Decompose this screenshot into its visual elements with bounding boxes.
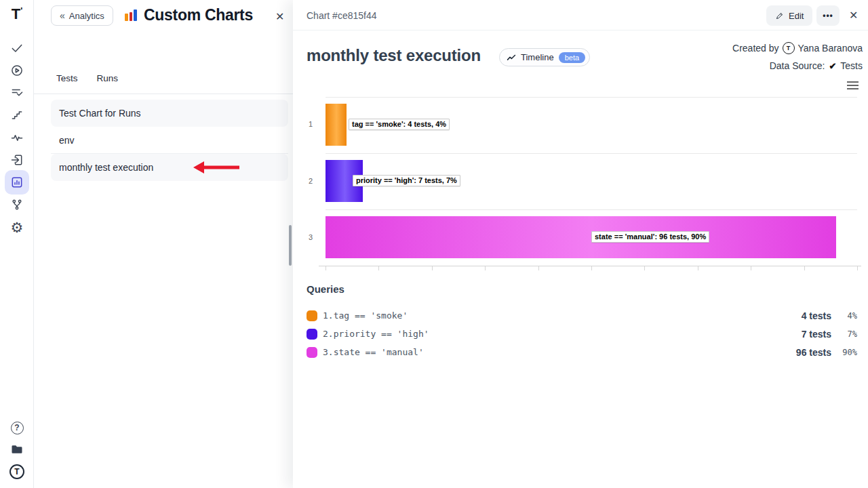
query-row: 2.priority == 'high' 7 tests 7% bbox=[307, 325, 857, 343]
tab-tests[interactable]: Tests bbox=[56, 73, 78, 83]
chart-list: Test Chart for Runs env monthly test exe… bbox=[51, 100, 288, 181]
bar-chart-colored-icon bbox=[123, 8, 138, 23]
bar-label-2: priority == 'high': 7 tests, 7% bbox=[353, 175, 460, 186]
question-circle-icon: ? bbox=[11, 422, 24, 434]
created-by-line: Created by T Yana Baranova bbox=[732, 42, 863, 54]
custom-charts-panel: « Analytics Custom Charts ✕ Tests Runs T… bbox=[34, 0, 293, 488]
query-percent: 4% bbox=[831, 311, 857, 321]
settings-icon[interactable]: ⚙ bbox=[5, 215, 29, 239]
timeline-toggle[interactable]: Timeline beta bbox=[499, 48, 590, 66]
activity-icon bbox=[10, 131, 24, 144]
chart-context-menu-icon[interactable] bbox=[847, 79, 859, 92]
edit-button[interactable]: Edit bbox=[766, 5, 812, 26]
chart-type-tabs: Tests Runs bbox=[56, 73, 118, 83]
stairs-icon bbox=[10, 108, 24, 122]
bar-label-1: tag == 'smoke': 4 tests, 4% bbox=[349, 119, 450, 130]
query-row: 3.state == 'manual' 96 tests 90% bbox=[307, 343, 857, 361]
page-title: Custom Charts bbox=[144, 6, 253, 24]
list-check-icon bbox=[10, 86, 24, 100]
red-arrow-annotation bbox=[192, 160, 241, 175]
left-icon-sidebar: T' ⚙ ? bbox=[0, 0, 34, 488]
list-item-env[interactable]: env bbox=[51, 127, 288, 154]
bar-label-3: state == 'manual': 96 tests, 90% bbox=[591, 231, 709, 243]
double-chevron-left-icon: « bbox=[60, 10, 65, 21]
data-source-line: Data Source: ✔ Tests bbox=[770, 60, 863, 71]
back-button-label: Analytics bbox=[69, 11, 104, 21]
category-label-3: 3 bbox=[303, 233, 313, 241]
query-color-swatch bbox=[307, 310, 317, 321]
list-item-test-chart-for-runs[interactable]: Test Chart for Runs bbox=[51, 100, 288, 127]
chart-id-title: Chart #ce815f44 bbox=[307, 10, 377, 21]
tab-runs[interactable]: Runs bbox=[97, 73, 119, 83]
category-label-1: 1 bbox=[303, 120, 313, 128]
queries-section-title: Queries bbox=[307, 283, 344, 295]
query-color-swatch bbox=[307, 347, 317, 358]
close-icon[interactable]: ✕ bbox=[849, 9, 858, 22]
app-logo[interactable]: T' bbox=[0, 5, 34, 23]
query-tests-count: 96 tests bbox=[784, 347, 831, 358]
pulse-icon[interactable] bbox=[5, 125, 29, 150]
gridline bbox=[326, 153, 857, 154]
bar-chart-icon bbox=[10, 176, 24, 189]
help-icon[interactable]: ? bbox=[5, 415, 29, 440]
check-icon: ✔ bbox=[829, 61, 836, 71]
beta-badge: beta bbox=[559, 52, 585, 63]
timeline-label: Timeline bbox=[521, 52, 554, 62]
test-plans-icon[interactable] bbox=[5, 81, 29, 105]
analytics-icon-active[interactable] bbox=[5, 170, 29, 195]
play-circle-icon bbox=[10, 64, 24, 77]
trend-line-icon bbox=[507, 54, 516, 62]
tests-icon[interactable] bbox=[5, 36, 29, 60]
pencil-icon bbox=[775, 12, 784, 20]
box-arrow-in-icon bbox=[10, 153, 24, 167]
bar-tag-smoke[interactable] bbox=[326, 104, 347, 146]
more-options-button[interactable]: ••• bbox=[816, 5, 840, 26]
category-label-2: 2 bbox=[303, 177, 313, 185]
chart-detail-panel: Chart #ce815f44 Edit ••• ✕ monthly test … bbox=[293, 0, 868, 488]
x-axis-ticks bbox=[326, 266, 857, 271]
panel-close-icon[interactable]: ✕ bbox=[271, 9, 288, 24]
gridline bbox=[326, 209, 857, 210]
git-merge-icon bbox=[10, 198, 24, 211]
query-color-swatch bbox=[307, 329, 317, 340]
query-percent: 90% bbox=[831, 348, 857, 357]
t-logo-badge-icon: T bbox=[9, 464, 24, 479]
branches-icon[interactable] bbox=[5, 192, 29, 217]
app-window: T' ⚙ ? bbox=[0, 0, 868, 488]
folder-icon bbox=[10, 443, 24, 456]
gear-icon: ⚙ bbox=[11, 220, 24, 235]
projects-icon[interactable] bbox=[5, 437, 29, 462]
import-icon[interactable] bbox=[5, 148, 29, 172]
avatar: T bbox=[783, 42, 795, 54]
created-by-name: Yana Baranova bbox=[798, 43, 863, 54]
divider bbox=[34, 94, 293, 94]
account-icon[interactable]: T bbox=[5, 460, 29, 484]
runs-icon[interactable] bbox=[5, 58, 29, 83]
data-source-value: Tests bbox=[840, 60, 863, 71]
queries-list: 1.tag == 'smoke' 4 tests 4% 2.priority =… bbox=[307, 306, 857, 361]
gridline bbox=[326, 97, 857, 98]
bar-state-manual[interactable] bbox=[326, 216, 836, 258]
panel-header: Chart #ce815f44 Edit ••• ✕ bbox=[293, 0, 868, 30]
check-icon bbox=[10, 41, 24, 55]
list-item-monthly-test-execution[interactable]: monthly test execution bbox=[51, 154, 288, 181]
query-tests-count: 4 tests bbox=[784, 310, 831, 321]
scrollbar-thumb[interactable] bbox=[289, 225, 292, 266]
analytics-back-button[interactable]: « Analytics bbox=[51, 5, 113, 26]
query-percent: 7% bbox=[831, 329, 857, 339]
bar-chart-plot: 1 2 3 tag == 'smoke': 4 tests, 4% priori… bbox=[326, 97, 857, 266]
query-row: 1.tag == 'smoke' 4 tests 4% bbox=[307, 306, 857, 325]
query-tests-count: 7 tests bbox=[784, 329, 831, 340]
steps-icon[interactable] bbox=[5, 103, 29, 127]
chart-title: monthly test execution bbox=[307, 46, 481, 65]
